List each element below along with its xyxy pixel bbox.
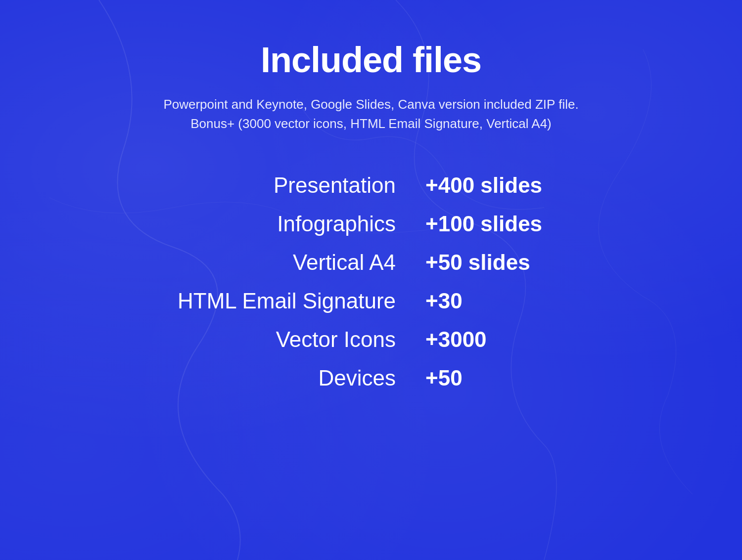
subtitle-line2: Bonus+ (3000 vector icons, HTML Email Si…	[190, 116, 552, 131]
file-label: Presentation	[148, 173, 425, 198]
page-background: Included files Powerpoint and Keynote, G…	[0, 0, 742, 560]
subtitle-line1: Powerpoint and Keynote, Google Slides, C…	[163, 97, 578, 112]
table-row: Presentation+400 slides	[148, 173, 594, 198]
page-title: Included files	[261, 40, 481, 80]
file-value: +50 slides	[425, 250, 594, 275]
table-row: Vertical A4+50 slides	[148, 250, 594, 275]
file-label: HTML Email Signature	[148, 289, 425, 313]
file-value: +400 slides	[425, 173, 594, 198]
file-label: Devices	[148, 366, 425, 390]
table-row: HTML Email Signature+30	[148, 289, 594, 313]
table-row: Devices+50	[148, 366, 594, 390]
file-value: +30	[425, 289, 594, 313]
file-value: +100 slides	[425, 212, 594, 236]
table-row: Infographics+100 slides	[148, 212, 594, 236]
main-content: Included files Powerpoint and Keynote, G…	[0, 40, 742, 390]
file-value: +50	[425, 366, 594, 390]
file-value: +3000	[425, 327, 594, 352]
subtitle-text: Powerpoint and Keynote, Google Slides, C…	[163, 95, 578, 133]
files-table: Presentation+400 slidesInfographics+100 …	[148, 173, 594, 390]
file-label: Vector Icons	[148, 327, 425, 352]
file-label: Vertical A4	[148, 250, 425, 275]
file-label: Infographics	[148, 212, 425, 236]
table-row: Vector Icons+3000	[148, 327, 594, 352]
